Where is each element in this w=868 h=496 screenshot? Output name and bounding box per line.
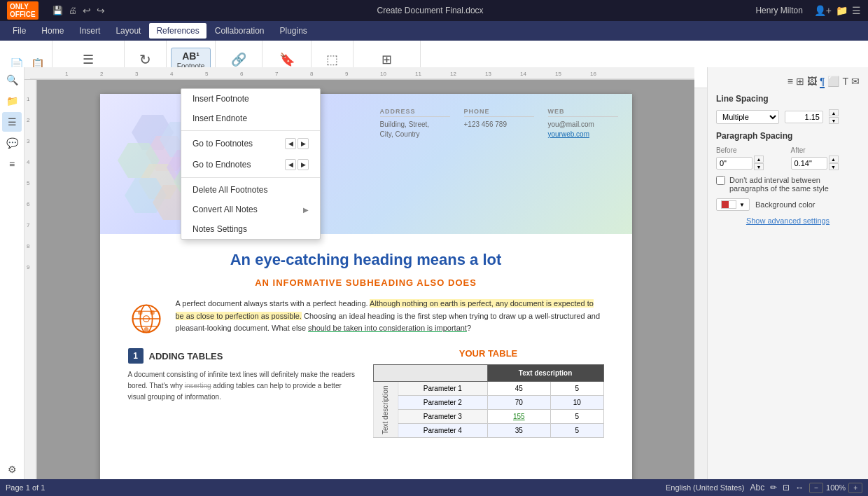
image-icon[interactable]: 🖼 bbox=[807, 76, 817, 88]
svg-point-43 bbox=[144, 327, 148, 332]
prev-footnote-btn[interactable]: ◀ bbox=[285, 138, 296, 149]
svg-text:9: 9 bbox=[345, 71, 349, 77]
text-align-icon[interactable]: ≡ bbox=[788, 76, 793, 88]
svg-text:4: 4 bbox=[170, 71, 174, 77]
line-spacing-select[interactable]: Multiple Single Double bbox=[716, 110, 779, 124]
zoom-out-btn[interactable]: − bbox=[809, 483, 823, 493]
menu-home[interactable]: Home bbox=[34, 23, 71, 39]
section-right: YOUR TABLE Text description Text des bbox=[373, 348, 604, 438]
sidebar-filemanager-btn[interactable]: 📁 bbox=[2, 91, 22, 111]
page-info: Page 1 of 1 bbox=[6, 483, 45, 492]
sidebar-headings-btn[interactable]: ☰ bbox=[2, 112, 22, 132]
document-scroll-area[interactable]: R NY ADDRESS Building, Street, City, Cou… bbox=[37, 80, 694, 479]
para-text: A perfect document always starts with a … bbox=[176, 298, 604, 335]
no-interval-checkbox[interactable] bbox=[716, 176, 725, 185]
before-up-btn[interactable]: ▲ bbox=[754, 156, 764, 163]
globe-icon bbox=[128, 301, 164, 337]
web-col: WEB you@mail.com yourweb.com bbox=[548, 108, 618, 139]
svg-text:6: 6 bbox=[27, 201, 30, 207]
delete-all-footnotes-item[interactable]: Delete All Footnotes bbox=[181, 180, 320, 200]
bg-color-row: ▼ Background color bbox=[716, 198, 860, 211]
insert-footnote-item[interactable]: Insert Footnote bbox=[181, 89, 320, 109]
svg-point-42 bbox=[138, 310, 143, 315]
insert-endnote-item[interactable]: Insert Endnote bbox=[181, 109, 320, 128]
line-spacing-value[interactable] bbox=[785, 111, 823, 123]
table-row: Parameter 3 155 5 bbox=[373, 410, 603, 424]
phone-col: PHONE +123 456 789 bbox=[464, 108, 534, 139]
menu-plugins[interactable]: Plugins bbox=[273, 23, 314, 39]
status-left: Page 1 of 1 bbox=[6, 483, 45, 492]
menu-file[interactable]: File bbox=[6, 23, 33, 39]
link-text[interactable]: should be taken into consideration is im… bbox=[308, 324, 467, 332]
section-1-body: A document consisting of infinite text l… bbox=[128, 369, 359, 403]
spacing-down-btn[interactable]: ▼ bbox=[829, 117, 839, 124]
svg-text:8: 8 bbox=[27, 243, 30, 249]
param-3-v1: 155 bbox=[487, 410, 550, 424]
menu-insert[interactable]: Insert bbox=[72, 23, 107, 39]
sidebar-search-btn[interactable]: 🔍 bbox=[2, 70, 22, 90]
fit-width-icon[interactable]: ↔ bbox=[795, 483, 804, 492]
after-value[interactable] bbox=[791, 157, 827, 170]
sub-heading: AN INFORMATIVE SUBHEADING ALSO DOES bbox=[128, 277, 604, 288]
caption-icon: ⬚ bbox=[326, 53, 338, 66]
language-indicator[interactable]: English (United States) bbox=[666, 483, 745, 492]
sidebar-settings-btn[interactable]: ⚙ bbox=[2, 460, 22, 479]
before-value[interactable] bbox=[716, 157, 752, 170]
add-user-icon[interactable]: 👤+ bbox=[814, 5, 832, 16]
svg-text:2: 2 bbox=[27, 117, 30, 123]
table-icon[interactable]: ⊞ bbox=[796, 76, 804, 88]
param-2-v2: 10 bbox=[551, 396, 603, 410]
save-icon[interactable]: 💾 bbox=[52, 6, 63, 15]
app-logo: ONLYOFFICE bbox=[7, 1, 38, 20]
paragraph-icon: ¶ bbox=[820, 76, 825, 88]
print-icon[interactable]: 🖨 bbox=[69, 6, 77, 15]
menu-bar: File Home Insert Layout References Colla… bbox=[0, 21, 868, 41]
prev-endnote-btn[interactable]: ◀ bbox=[285, 159, 296, 170]
next-footnote-btn[interactable]: ▶ bbox=[298, 138, 309, 149]
param-2-v1: 70 bbox=[487, 396, 550, 410]
mail-icon[interactable]: ✉ bbox=[851, 76, 860, 88]
redo-icon[interactable]: ↪ bbox=[97, 5, 105, 16]
data-table: Text description Text description Parame… bbox=[373, 364, 604, 438]
go-to-endnotes-item[interactable]: Go to Endnotes ◀ ▶ bbox=[181, 154, 320, 175]
convert-all-notes-item[interactable]: Convert All Notes ▶ bbox=[181, 200, 320, 219]
spell-check-icon[interactable]: Abc bbox=[750, 483, 764, 492]
section-1-number: 1 bbox=[128, 348, 144, 364]
table-row: Parameter 4 35 5 bbox=[373, 424, 603, 438]
edit-mode-icon[interactable]: ✏ bbox=[770, 483, 777, 492]
document-body: An eye-catching heading means a lot AN I… bbox=[100, 234, 632, 455]
svg-text:5: 5 bbox=[27, 180, 30, 186]
go-to-footnotes-item[interactable]: Go to Footnotes ◀ ▶ bbox=[181, 133, 320, 154]
after-down-btn[interactable]: ▼ bbox=[829, 163, 839, 170]
param-1-label: Parameter 1 bbox=[398, 382, 487, 396]
spacing-up-btn[interactable]: ▲ bbox=[829, 109, 839, 116]
header-icon[interactable]: T bbox=[842, 76, 848, 88]
title-icons[interactable]: 💾 🖨 ↩ ↪ bbox=[52, 5, 105, 16]
sidebar-align-btn[interactable]: ≡ bbox=[2, 154, 22, 174]
next-endnote-btn[interactable]: ▶ bbox=[298, 159, 309, 170]
notes-settings-item[interactable]: Notes Settings bbox=[181, 219, 320, 239]
color-swatch bbox=[721, 200, 736, 209]
fit-page-icon[interactable]: ⊡ bbox=[783, 483, 790, 492]
before-down-btn[interactable]: ▼ bbox=[754, 163, 764, 170]
after-up-btn[interactable]: ▲ bbox=[829, 156, 839, 163]
show-advanced-settings-link[interactable]: Show advanced settings bbox=[716, 216, 860, 225]
menu-layout[interactable]: Layout bbox=[108, 23, 148, 39]
undo-icon[interactable]: ↩ bbox=[83, 5, 91, 16]
svg-text:4: 4 bbox=[27, 159, 30, 165]
sidebar-collab-btn[interactable]: 💬 bbox=[2, 133, 22, 153]
bg-color-btn[interactable]: ▼ bbox=[716, 198, 750, 211]
columns-icon[interactable]: ⬜ bbox=[827, 76, 839, 88]
menu-collaboration[interactable]: Collaboration bbox=[208, 23, 272, 39]
doc-area: 1 2 3 4 5 6 7 8 9 10 11 12 13 14 15 16 1 bbox=[24, 67, 694, 479]
zoom-in-btn[interactable]: + bbox=[848, 483, 862, 493]
bg-color-label: Background color bbox=[755, 200, 816, 209]
page-header: R NY ADDRESS Building, Street, City, Cou… bbox=[100, 94, 632, 234]
no-interval-checkbox-row: Don't add interval between paragraphs of… bbox=[716, 176, 860, 193]
menu-references[interactable]: References bbox=[149, 23, 206, 39]
menu-icon[interactable]: ☰ bbox=[852, 5, 861, 16]
hyperlink-icon: 🔗 bbox=[231, 53, 246, 66]
address-label: ADDRESS bbox=[380, 108, 450, 117]
no-interval-label: Don't add interval between paragraphs of… bbox=[729, 176, 860, 193]
folder-icon[interactable]: 📁 bbox=[836, 5, 848, 16]
